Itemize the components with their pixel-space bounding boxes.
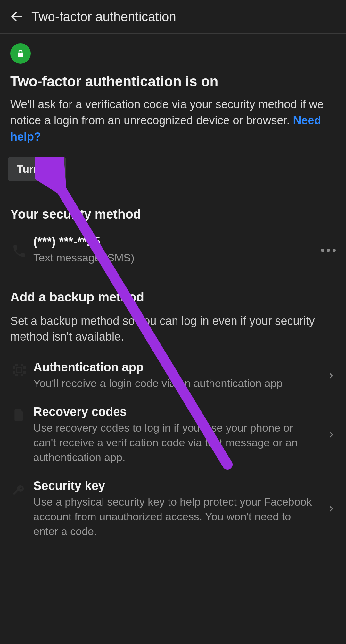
back-button[interactable] bbox=[8, 8, 26, 26]
auth-app-icon bbox=[10, 360, 28, 378]
chevron-right-icon bbox=[327, 428, 336, 442]
security-method-phone: (***) ***-**15 bbox=[33, 235, 317, 249]
phone-icon bbox=[10, 242, 28, 259]
backup-heading: Add a backup method bbox=[10, 290, 336, 304]
turn-off-button[interactable]: Turn off bbox=[8, 157, 66, 181]
status-lock-badge bbox=[10, 43, 31, 64]
header-bar: Two-factor authentication bbox=[0, 0, 346, 34]
backup-item-sub: Use a physical security key to help prot… bbox=[33, 495, 317, 539]
backup-item-title: Recovery codes bbox=[33, 405, 317, 419]
document-icon bbox=[10, 405, 28, 424]
security-method-type: Text message (SMS) bbox=[33, 251, 317, 265]
status-body-text: We'll ask for a verification code via yo… bbox=[10, 98, 324, 127]
divider bbox=[10, 277, 336, 277]
svg-rect-1 bbox=[17, 367, 22, 373]
backup-item-recovery-codes[interactable]: Recovery codes Use recovery codes to log… bbox=[10, 398, 336, 472]
backup-item-sub: You'll receive a login code via an authe… bbox=[33, 376, 317, 391]
page-title: Two-factor authentication bbox=[31, 10, 176, 24]
arrow-left-icon bbox=[10, 10, 24, 24]
security-method-heading: Your security method bbox=[10, 207, 336, 221]
content-area: Two-factor authentication is on We'll as… bbox=[0, 34, 346, 546]
backup-item-sub: Use recovery codes to log in if you lose… bbox=[33, 421, 317, 465]
backup-description: Set a backup method so you can log in ev… bbox=[10, 313, 336, 344]
status-description: We'll ask for a verification code via yo… bbox=[10, 96, 336, 145]
chevron-right-icon bbox=[327, 369, 336, 383]
key-icon bbox=[10, 479, 28, 496]
chevron-right-icon bbox=[327, 502, 336, 516]
backup-item-title: Authentication app bbox=[33, 360, 317, 374]
lock-icon bbox=[16, 49, 25, 58]
divider bbox=[10, 194, 336, 194]
security-method-row[interactable]: (***) ***-**15 Text message (SMS) bbox=[10, 230, 336, 277]
backup-item-auth-app[interactable]: Authentication app You'll receive a logi… bbox=[10, 353, 336, 398]
backup-item-title: Security key bbox=[33, 479, 317, 493]
more-options-button[interactable] bbox=[321, 249, 336, 252]
backup-item-security-key[interactable]: Security key Use a physical security key… bbox=[10, 472, 336, 546]
status-heading: Two-factor authentication is on bbox=[10, 73, 336, 89]
